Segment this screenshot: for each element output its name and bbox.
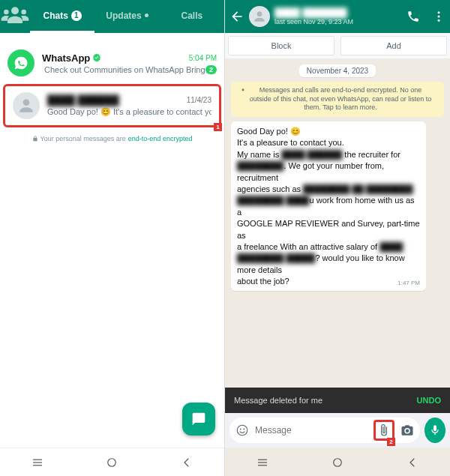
lock-icon	[242, 86, 244, 93]
deleted-snackbar: Message deleted for me UNDO	[225, 388, 450, 413]
tabs: Chats 1 Updates Calls	[0, 0, 224, 33]
annotation-badge-1: 1	[214, 123, 222, 131]
tab-calls-label: Calls	[181, 10, 202, 21]
nav-recents-icon[interactable]	[31, 456, 44, 469]
chat-header-status: last seen Nov 29, 9:23 AM	[274, 18, 394, 25]
nav-home-icon[interactable]	[331, 456, 344, 469]
chat-header: ████ ███████ last seen Nov 29, 9:23 AM	[225, 0, 450, 33]
tab-community[interactable]	[0, 0, 30, 33]
message-input-container: 2	[230, 418, 420, 443]
chat-preview-text: Check out Communities on WhatsApp Bring …	[44, 65, 206, 74]
nav-recents-icon[interactable]	[256, 456, 269, 469]
chat-list: WhatsApp 5:04 PM Check out Communities o…	[0, 33, 224, 448]
svg-point-4	[438, 11, 440, 13]
chat-header-name-blurred: ████ ███████	[274, 7, 394, 18]
svg-point-6	[438, 19, 440, 22]
emoji-icon[interactable]	[236, 424, 249, 437]
add-button[interactable]: Add	[340, 36, 447, 55]
whatsapp-avatar	[8, 49, 34, 76]
chat-item-whatsapp[interactable]: WhatsApp 5:04 PM Check out Communities o…	[0, 43, 224, 82]
msg-line: about the job?	[237, 277, 290, 286]
tab-updates-dot	[145, 13, 148, 17]
chat-name-text: WhatsApp	[42, 52, 90, 64]
tab-updates-label: Updates	[106, 10, 141, 21]
chat-preview: Check out Communities on WhatsApp Bring …	[42, 65, 206, 74]
chat-header-info[interactable]: ████ ███████ last seen Nov 29, 9:23 AM	[274, 7, 394, 25]
lock-icon	[32, 136, 38, 142]
encryption-text: Your personal messages are	[40, 135, 126, 142]
tab-chats-badge: 1	[71, 10, 82, 21]
chat-screen: ████ ███████ last seen Nov 29, 9:23 AM B…	[225, 0, 450, 476]
chat-item-highlight: ████ ██████ 11/4/23 Good Day po! 😊 It's …	[3, 84, 221, 127]
verified-icon	[92, 53, 101, 62]
attach-icon[interactable]	[377, 424, 391, 437]
chat-time: 11/4/23	[187, 96, 212, 104]
person-icon	[252, 9, 267, 24]
msg-blur: ████	[380, 242, 403, 251]
tab-chats[interactable]: Chats 1	[30, 0, 94, 33]
undo-button[interactable]: UNDO	[417, 396, 441, 405]
msg-line: a freelance With an attractive salary of	[237, 242, 380, 251]
msg-blur: ████████ █████	[237, 253, 315, 262]
chat-body: WhatsApp 5:04 PM Check out Communities o…	[42, 52, 217, 74]
msg-blur: ████████ ████	[237, 196, 310, 205]
svg-point-9	[243, 429, 244, 430]
action-row: Block Add	[225, 33, 450, 58]
top-bar: Chats 1 Updates Calls	[0, 0, 224, 33]
incoming-message[interactable]: Good Day po! 😊 It's a pleasure to contac…	[231, 121, 426, 290]
call-icon[interactable]	[406, 10, 420, 23]
block-button[interactable]: Block	[228, 36, 334, 55]
tab-updates[interactable]: Updates	[94, 0, 159, 33]
whatsapp-logo-icon	[14, 55, 28, 70]
message-input[interactable]	[255, 425, 368, 436]
person-icon	[16, 96, 36, 115]
msg-line: the recruiter for	[342, 150, 400, 159]
nav-home-icon[interactable]	[105, 456, 118, 469]
input-bar: 2	[225, 413, 450, 448]
svg-point-7	[237, 425, 248, 436]
msg-blur: ████████	[237, 161, 284, 170]
annotation-badge-2: 2	[387, 438, 395, 446]
more-icon[interactable]	[432, 10, 446, 23]
new-chat-icon	[191, 412, 206, 427]
e2e-banner-text: Messages and calls are end-to-end encryp…	[248, 86, 434, 112]
msg-line: agencies such as	[237, 184, 303, 193]
android-nav-bar	[225, 448, 450, 476]
unread-badge: 2	[206, 65, 217, 74]
encryption-note[interactable]: Your personal messages are end-to-end en…	[0, 135, 224, 142]
mic-icon	[429, 424, 441, 436]
svg-point-13	[334, 458, 342, 466]
chat-body: ████ ██████ 11/4/23 Good Day po! 😊 It's …	[47, 94, 212, 117]
attach-highlight: 2	[374, 420, 394, 441]
chat-name-blurred: ████ ██████	[47, 94, 119, 106]
avatar	[13, 92, 40, 119]
e2e-banner[interactable]: Messages and calls are end-to-end encryp…	[231, 82, 444, 117]
chat-name: WhatsApp	[42, 52, 101, 64]
svg-point-3	[108, 458, 116, 466]
message-time: 1:47 PM	[398, 279, 420, 287]
community-icon	[0, 1, 30, 31]
svg-point-8	[240, 429, 242, 430]
tab-calls[interactable]: Calls	[160, 0, 224, 33]
nav-back-icon[interactable]	[406, 456, 419, 469]
mic-button[interactable]	[424, 418, 446, 443]
chat-time: 5:04 PM	[189, 54, 217, 62]
back-arrow-icon[interactable]	[230, 9, 244, 24]
date-pill: November 4, 2023	[299, 64, 376, 77]
msg-blur: ████ ██████	[281, 150, 342, 159]
avatar[interactable]	[249, 6, 270, 27]
msg-blur: ████████ ██ ████████	[303, 184, 412, 193]
encryption-link: end-to-end encrypted	[128, 135, 193, 142]
nav-back-icon[interactable]	[180, 456, 194, 469]
new-chat-fab[interactable]	[182, 403, 215, 436]
android-nav-bar	[0, 448, 224, 476]
deleted-label: Message deleted for me	[234, 396, 322, 405]
msg-line: Good Day po! 😊	[237, 127, 301, 136]
camera-icon[interactable]	[400, 424, 414, 437]
messages-area[interactable]: November 4, 2023 Messages and calls are …	[225, 58, 450, 388]
tab-chats-label: Chats	[43, 10, 68, 21]
chat-preview: Good Day po! 😊 It's a pleasure to contac…	[47, 107, 212, 117]
msg-line: My name is	[237, 150, 281, 159]
msg-line: It's a pleasure to contact you.	[237, 138, 344, 147]
chat-item-unknown[interactable]: ████ ██████ 11/4/23 Good Day po! 😊 It's …	[5, 86, 219, 125]
